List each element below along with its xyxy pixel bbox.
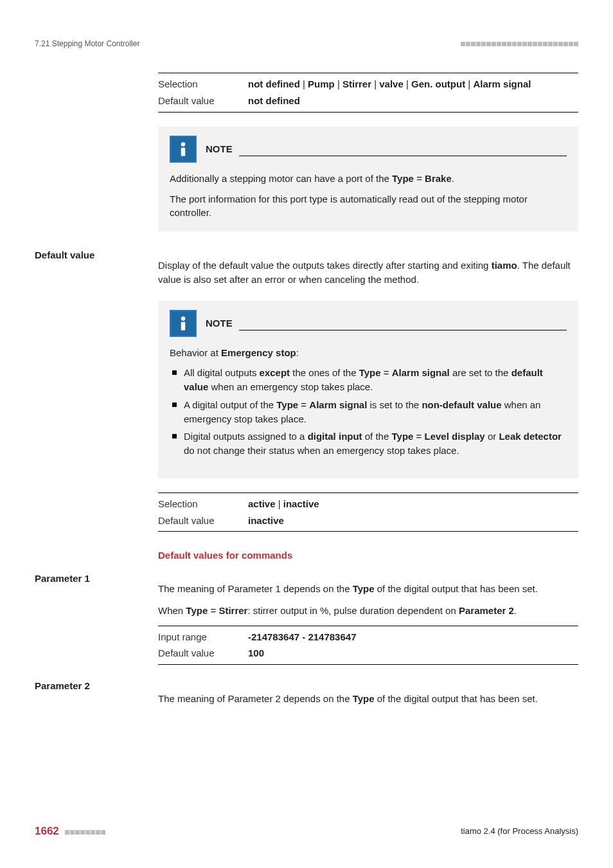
note-box-1: NOTE Additionally a stepping motor can h… — [158, 127, 578, 231]
p1-input-value: -214783647 - 214783647 — [248, 626, 578, 645]
param1-table: Input range -214783647 - 214783647 Defau… — [158, 626, 578, 665]
dv-selection-value: active | inactive — [248, 493, 578, 512]
footer-right: tiamo 2.4 (for Process Analysis) — [461, 826, 578, 838]
note1-p2: The port information for this port type … — [170, 192, 567, 221]
note-box-2: NOTE Behavior at Emergency stop: All dig… — [158, 301, 578, 478]
type-default-value: not defined — [248, 93, 578, 112]
note2-bullet-1: All digital outputs except the ones of t… — [170, 366, 567, 394]
type-table: Selection not defined | Pump | Stirrer |… — [158, 73, 578, 113]
param1-p1: The meaning of Parameter 1 depends on th… — [158, 582, 578, 596]
svg-rect-3 — [181, 321, 186, 330]
type-selection-label: Selection — [158, 73, 248, 93]
param2-p1: The meaning of Parameter 2 depends on th… — [158, 692, 578, 706]
note2-intro: Behavior at Emergency stop: — [170, 346, 567, 360]
default-value-paragraph: Display of the default value the outputs… — [158, 258, 578, 287]
footer-left: 1662 — [35, 824, 106, 840]
info-icon — [170, 310, 197, 337]
header-section: 7.21 Stepping Motor Controller — [35, 39, 139, 50]
p1-default-value: 100 — [248, 645, 578, 664]
note2-bullet-2: A digital output of the Type = Alarm sig… — [170, 398, 567, 426]
note2-bullet-3: Digital outputs assigned to a digital in… — [170, 429, 567, 458]
note-title: NOTE — [206, 142, 233, 156]
param1-p2: When Type = Stirrer: stirrer output in %… — [158, 604, 578, 618]
note1-p1: Additionally a stepping motor can have a… — [170, 172, 567, 186]
note-title: NOTE — [206, 316, 233, 330]
page-header: 7.21 Stepping Motor Controller — [35, 39, 578, 50]
type-default-label: Default value — [158, 93, 248, 112]
section-heading-defaults: Default values for commands — [158, 548, 578, 563]
dv-default-value: inactive — [248, 512, 578, 532]
p1-input-label: Input range — [158, 626, 248, 645]
p1-default-label: Default value — [158, 645, 248, 664]
dv-selection-label: Selection — [158, 493, 248, 512]
footer-ornament — [65, 827, 106, 836]
info-icon — [170, 136, 197, 163]
svg-rect-1 — [181, 148, 186, 156]
dv-default-label: Default value — [158, 512, 248, 532]
default-value-table: Selection active | inactive Default valu… — [158, 493, 578, 532]
svg-point-2 — [181, 316, 186, 321]
header-ornament — [460, 39, 578, 50]
page-footer: 1662 tiamo 2.4 (for Process Analysis) — [35, 824, 578, 840]
page-number: 1662 — [35, 825, 59, 837]
side-label-param1: Parameter 1 — [35, 572, 150, 586]
svg-point-0 — [181, 142, 186, 147]
side-label-param2: Parameter 2 — [35, 679, 150, 693]
note2-bullets: All digital outputs except the ones of t… — [170, 366, 567, 458]
side-label-default-value: Default value — [35, 248, 150, 262]
type-selection-value: not defined | Pump | Stirrer | valve | G… — [248, 73, 578, 93]
